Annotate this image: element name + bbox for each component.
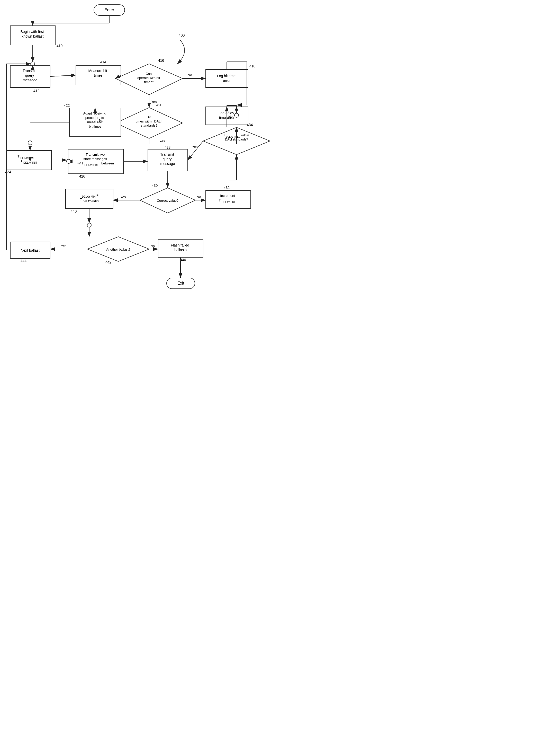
ref-400: 400: [179, 33, 185, 37]
label-no-2: No: [99, 118, 104, 122]
ref-428: 428: [165, 145, 171, 149]
ref-412: 412: [33, 89, 40, 93]
label-yes-4: Yes: [120, 195, 126, 199]
ref-430: 430: [152, 183, 158, 187]
junction-2: [28, 141, 32, 145]
ref-442: 442: [106, 260, 112, 264]
ref-410: 410: [56, 44, 63, 48]
label-no-1: No: [188, 73, 192, 77]
ref-422: 422: [64, 104, 70, 108]
label-yes-3: Yes: [192, 145, 198, 149]
ref-420: 420: [156, 103, 163, 107]
ref-440: 440: [71, 209, 77, 213]
ref-434: 434: [247, 123, 253, 127]
flowchart-svg: Enter Begin with first known ballast 410…: [0, 0, 280, 370]
tdelay-init-node: [6, 151, 51, 170]
label-yes-5: Yes: [61, 244, 66, 248]
tdelay-min-node: [65, 189, 113, 208]
label-no-3: No: [228, 115, 233, 119]
label-no-5: No: [150, 244, 155, 248]
another-ballast-label: Another ballast?: [106, 248, 130, 251]
junction-6: [66, 159, 71, 163]
ref-414: 414: [100, 60, 107, 64]
ref-416: 416: [158, 58, 164, 62]
svg-line-49: [50, 75, 75, 77]
junction-5: [87, 223, 91, 227]
junction-3: [234, 113, 239, 117]
label-yes-1: Yes: [151, 100, 157, 104]
next-ballast-label: Next ballast: [21, 248, 39, 253]
junction-1: [31, 62, 35, 66]
ref-444: 444: [21, 259, 27, 263]
ref-424: 424: [5, 170, 11, 174]
arrow-400: [177, 40, 185, 64]
ref-426: 426: [79, 174, 85, 178]
ref-418: 418: [249, 64, 255, 68]
label-no-4: No: [197, 195, 201, 199]
label-yes-2: Yes: [159, 139, 165, 143]
ref-446: 446: [180, 258, 186, 262]
exit-label: Exit: [177, 281, 184, 285]
diagram-container: Enter Begin with first known ballast 410…: [0, 0, 280, 370]
ref-432: 432: [224, 185, 230, 190]
correct-value-label: Correct value?: [157, 199, 179, 202]
enter-label: Enter: [105, 8, 115, 12]
increment-delay-node: [206, 190, 251, 208]
